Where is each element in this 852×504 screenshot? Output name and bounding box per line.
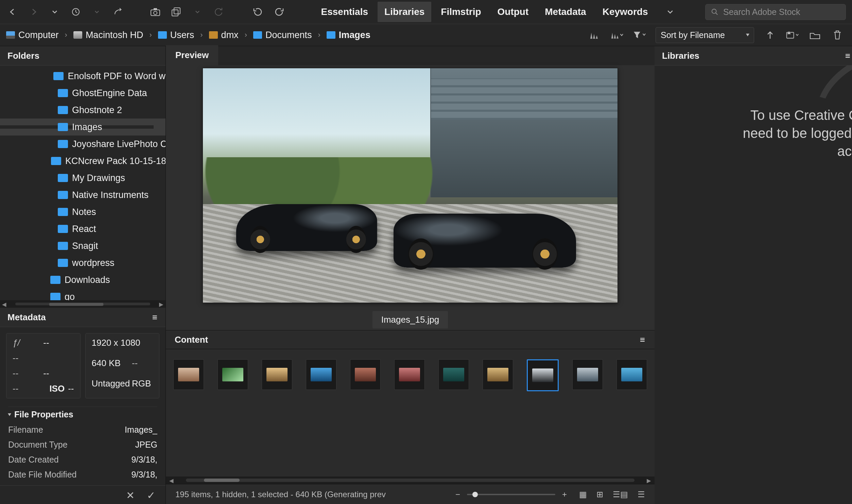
- zoom-in-icon[interactable]: +: [562, 490, 567, 499]
- folder-label: Images: [72, 122, 102, 132]
- crumb-user-home[interactable]: dmx: [209, 30, 239, 40]
- disclosure-triangle-icon[interactable]: [47, 91, 54, 95]
- folder-row[interactable]: Downloads: [0, 271, 166, 288]
- cancel-metadata-button[interactable]: ✕: [126, 489, 135, 501]
- view-details-button[interactable]: ☰▤: [613, 490, 628, 499]
- panel-menu-icon[interactable]: ≡: [152, 312, 158, 323]
- app-body: Folders Enolsoft PDF to Word wGhostEngin…: [0, 46, 852, 504]
- new-folder-button[interactable]: [808, 29, 821, 41]
- thumbnail[interactable]: [394, 359, 425, 390]
- delete-button[interactable]: [831, 29, 844, 41]
- boomerang-icon[interactable]: [111, 5, 124, 18]
- crumb-documents[interactable]: Documents: [253, 30, 312, 40]
- disclosure-triangle-icon[interactable]: [47, 142, 54, 146]
- folder-row[interactable]: KCNcrew Pack 10-15-18: [0, 152, 166, 169]
- disclosure-triangle-icon[interactable]: [39, 278, 46, 282]
- reveal-recent-button[interactable]: [69, 5, 82, 18]
- disclosure-triangle-icon[interactable]: [47, 193, 54, 197]
- search-stock-input[interactable]: Search Adobe Stock: [705, 4, 846, 20]
- folder-row[interactable]: My Drawings: [0, 169, 166, 186]
- rotate-cw-button[interactable]: [273, 5, 285, 18]
- workspace-tab-keywords[interactable]: Keywords: [596, 2, 655, 22]
- workspace-tab-metadata[interactable]: Metadata: [538, 2, 593, 22]
- preview-image[interactable]: [203, 68, 618, 303]
- thumbnail-image: [532, 368, 553, 382]
- workspace-tab-filmstrip[interactable]: Filmstrip: [434, 2, 488, 22]
- rotate-ccw-button[interactable]: [251, 5, 264, 18]
- folder-label: React: [72, 224, 96, 234]
- workspace-tab-output[interactable]: Output: [491, 2, 536, 22]
- workspace-switcher: Essentials Libraries Filmstrip Output Me…: [285, 2, 705, 22]
- thumbnail[interactable]: [438, 359, 469, 390]
- disclosure-triangle-icon[interactable]: [47, 227, 54, 231]
- folder-row[interactable]: Images: [0, 119, 166, 136]
- folder-row[interactable]: Enolsoft PDF to Word w: [0, 68, 166, 85]
- crumb-images[interactable]: Images: [327, 30, 370, 40]
- svg-rect-5: [174, 8, 180, 14]
- thumbnail-strip[interactable]: [166, 349, 655, 476]
- folders-scrollbar[interactable]: ◂ ▸: [0, 300, 166, 308]
- crumb-macintosh-hd[interactable]: Macintosh HD: [73, 30, 143, 40]
- preview-filename-label[interactable]: Images_15.jpg: [372, 311, 448, 328]
- folder-row[interactable]: Notes: [0, 203, 166, 220]
- folder-row[interactable]: GhostEngine Data: [0, 85, 166, 102]
- disclosure-triangle-icon[interactable]: [47, 125, 54, 129]
- refresh-sync-icon[interactable]: [212, 5, 225, 18]
- metadata-panel-header[interactable]: Metadata ≡: [0, 308, 166, 327]
- workspace-tab-essentials[interactable]: Essentials: [314, 2, 375, 22]
- nav-back-button[interactable]: [6, 5, 19, 18]
- workspace-more-dropdown[interactable]: [664, 5, 677, 18]
- thumbnail[interactable]: [173, 359, 204, 390]
- chevron-right-icon: ›: [315, 31, 324, 39]
- libraries-panel-header[interactable]: Libraries ≡: [655, 46, 852, 66]
- panel-menu-icon[interactable]: ≡: [845, 51, 851, 61]
- content-panel-header[interactable]: Content ≡: [166, 330, 655, 349]
- sort-direction-button[interactable]: [764, 29, 777, 41]
- history-chevron-icon[interactable]: [90, 5, 103, 18]
- get-photos-camera-button[interactable]: [149, 5, 162, 18]
- folder-label: Ghostnote 2: [72, 105, 122, 115]
- rating-filter-icon[interactable]: [588, 29, 601, 41]
- folder-row[interactable]: wordpress: [0, 254, 166, 271]
- crumb-users[interactable]: Users: [158, 30, 194, 40]
- folders-panel-header[interactable]: Folders: [0, 46, 166, 66]
- disclosure-triangle-icon[interactable]: [39, 295, 46, 299]
- folder-row[interactable]: Joyoshare LivePhoto Co: [0, 136, 166, 152]
- thumbnail[interactable]: [483, 359, 513, 390]
- crumb-computer[interactable]: Computer: [6, 30, 59, 40]
- nav-forward-button[interactable]: [27, 5, 40, 18]
- view-grid-lock-button[interactable]: ▦: [579, 490, 587, 499]
- file-properties-header[interactable]: File Properties: [8, 407, 157, 422]
- thumbnail[interactable]: [218, 359, 248, 390]
- thumbnail[interactable]: [262, 359, 292, 390]
- thumbnail-zoom-slider[interactable]: − +: [455, 490, 567, 499]
- folder-row[interactable]: React: [0, 220, 166, 237]
- batch-chevron-icon[interactable]: [191, 5, 204, 18]
- folder-row[interactable]: Native Instruments: [0, 186, 166, 203]
- zoom-out-icon[interactable]: −: [455, 490, 460, 499]
- nav-history-dropdown[interactable]: [48, 5, 61, 18]
- thumbnail[interactable]: [527, 359, 559, 391]
- tab-preview[interactable]: Preview: [166, 45, 218, 65]
- filter-funnel-button[interactable]: [633, 29, 646, 41]
- thumbnail-image: [621, 368, 642, 381]
- folder-label: GhostEngine Data: [72, 88, 147, 98]
- folder-row[interactable]: Snagit: [0, 237, 166, 254]
- folder-row[interactable]: Ghostnote 2: [0, 102, 166, 119]
- thumbnail[interactable]: [350, 359, 381, 390]
- folder-icon: [58, 89, 68, 97]
- thumbnail[interactable]: [306, 359, 336, 390]
- view-list-button[interactable]: ☰: [638, 490, 645, 499]
- workspace-tab-libraries[interactable]: Libraries: [378, 2, 431, 22]
- view-grid-button[interactable]: ⊞: [596, 490, 603, 499]
- panel-menu-icon[interactable]: ≡: [640, 335, 646, 345]
- open-in-app-button[interactable]: [786, 29, 799, 41]
- rating-filter-dropdown[interactable]: [611, 29, 624, 41]
- thumbnail[interactable]: [616, 359, 647, 390]
- batch-rename-button[interactable]: [170, 5, 183, 18]
- content-scrollbar[interactable]: ◂ ▸: [166, 476, 655, 484]
- sort-dropdown[interactable]: Sort by Filename: [656, 27, 754, 43]
- apply-metadata-button[interactable]: ✓: [147, 489, 155, 501]
- disclosure-triangle-icon[interactable]: [47, 108, 54, 112]
- thumbnail[interactable]: [572, 359, 603, 390]
